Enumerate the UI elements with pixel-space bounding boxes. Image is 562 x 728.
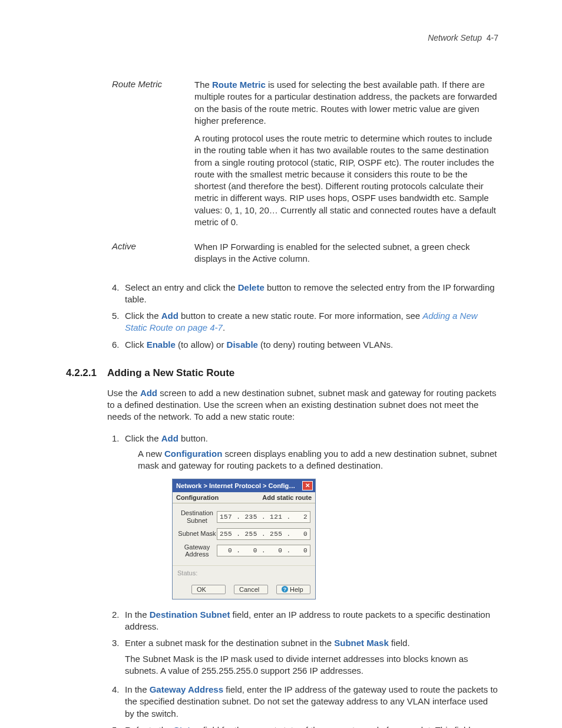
step-c4: In the Gateway Address field, enter the … <box>112 684 498 720</box>
route-metric-desc: The Route Metric is used for selecting t… <box>194 77 498 239</box>
close-icon[interactable]: ✕ <box>302 481 313 490</box>
step-c5: Refer to the Status field for the curren… <box>112 724 498 728</box>
dialog-status: Status: <box>173 565 315 582</box>
config-dialog: Network > Internet Protocol > Config… ✕ … <box>172 479 316 599</box>
definition-table: Route Metric The Route Metric is used fo… <box>112 77 498 276</box>
label-subnet-mask: Subnet Mask <box>177 530 217 538</box>
step-c3: Enter a subnet mask for the destination … <box>112 637 498 677</box>
dialog-header-left: Configuration <box>176 494 219 501</box>
step-c3-sub: The Subnet Mask is the IP mask used to d… <box>125 653 498 677</box>
ok-button[interactable]: OK <box>191 585 226 594</box>
help-icon: ? <box>282 586 288 592</box>
dialog-header-right: Add static route <box>262 494 312 501</box>
section-heading: 4.2.2.1 Adding a New Static Route <box>66 367 498 379</box>
label-dest-subnet: Destination Subnet <box>177 509 217 524</box>
steps-list-a: Select an entry and click the Delete but… <box>112 282 498 351</box>
step-4: Select an entry and click the Delete but… <box>112 282 498 306</box>
step-b1: Click the Add button. A new Configuratio… <box>112 433 498 472</box>
page-header: Network Setup 4-7 <box>66 33 498 42</box>
section-title: Adding a New Static Route <box>107 367 234 379</box>
step-b1-sub: A new Configuration screen displays enab… <box>138 448 498 472</box>
step-5: Click the Add button to create a new sta… <box>112 310 498 334</box>
active-term: Active <box>112 239 194 276</box>
help-button[interactable]: ? Help <box>276 585 310 594</box>
input-dest-subnet[interactable]: 157 . 235 . 121 . 2 <box>217 511 310 523</box>
section-number: 4.2.2.1 <box>66 367 107 379</box>
route-metric-term: Route Metric <box>112 77 194 239</box>
input-subnet-mask[interactable]: 255 . 255 . 255 . 0 <box>217 528 310 540</box>
step-6: Click Enable (to allow) or Disable (to d… <box>112 339 498 351</box>
route-metric-bold: Route Metric <box>212 80 266 90</box>
dialog-header: Configuration Add static route <box>173 492 315 503</box>
steps-list-b: Click the Add button. A new Configuratio… <box>112 433 498 472</box>
dialog-titlebar: Network > Internet Protocol > Config… ✕ <box>173 479 315 492</box>
step-c2: In the Destination Subnet field, enter a… <box>112 609 498 633</box>
cancel-button[interactable]: Cancel <box>234 585 268 594</box>
dialog-buttons: OK Cancel ? Help <box>173 582 315 599</box>
label-gateway-address: Gateway Address <box>177 543 217 558</box>
dialog-body: Destination Subnet 157 . 235 . 121 . 2 S… <box>173 503 315 565</box>
header-page-number: 4-7 <box>487 33 498 42</box>
dialog-title: Network > Internet Protocol > Config… <box>176 482 295 489</box>
input-gateway-address[interactable]: 0 . 0 . 0 . 0 <box>217 545 310 556</box>
active-desc: When IP Forwarding is enabled for the se… <box>194 239 498 276</box>
section-intro: Use the Add screen to add a new destinat… <box>107 387 498 423</box>
steps-list-c: In the Destination Subnet field, enter a… <box>112 609 498 728</box>
header-section: Network Setup <box>428 33 482 42</box>
